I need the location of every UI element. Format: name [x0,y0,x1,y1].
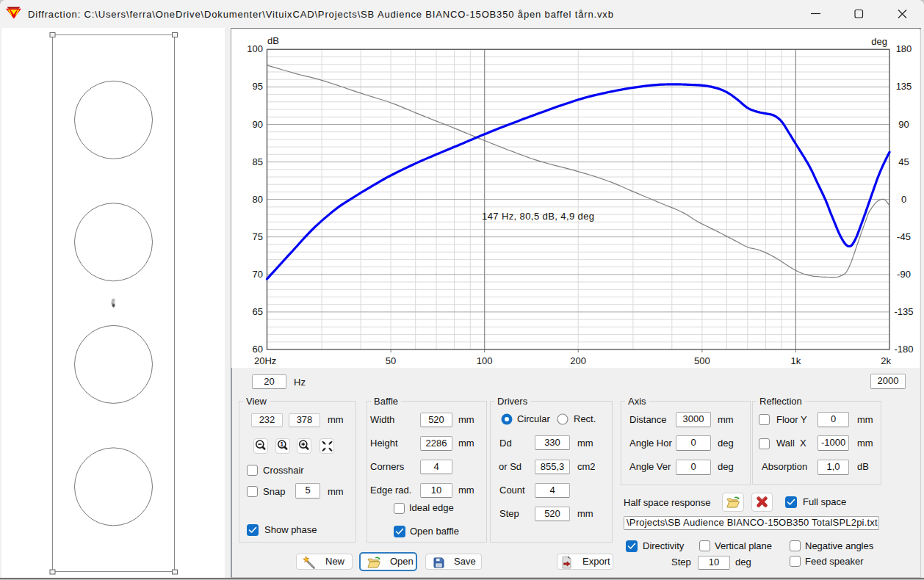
svg-text:1: 1 [280,441,284,448]
